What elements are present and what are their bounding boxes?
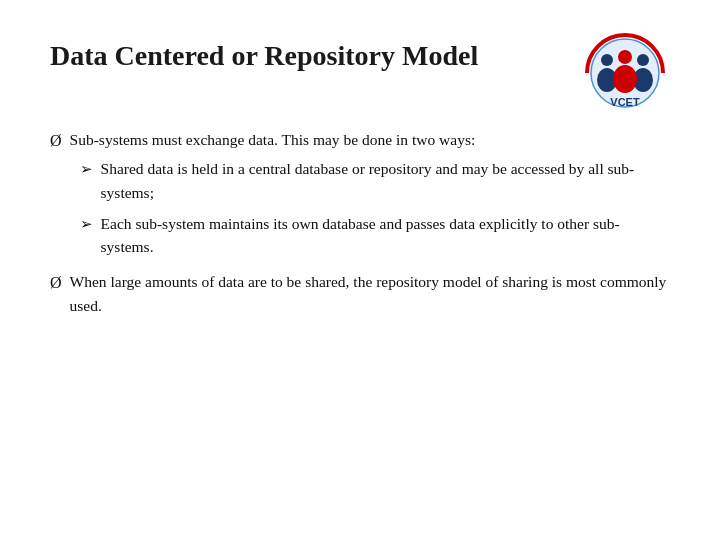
bullet-1-text: Sub-systems must exchange data. This may… (70, 128, 670, 258)
slide: Data Centered or Repository Model (0, 0, 720, 540)
sub-bullet-2-text: Each sub-system maintains its own databa… (101, 212, 670, 259)
bullet-1: Ø Sub-systems must exchange data. This m… (50, 128, 670, 258)
arrow-2-symbol: ➢ (80, 213, 93, 236)
slide-title: Data Centered or Repository Model (50, 30, 478, 72)
svg-point-2 (601, 54, 613, 66)
svg-point-7 (613, 65, 637, 93)
bullet-1-main: Sub-systems must exchange data. This may… (70, 131, 476, 148)
header-area: Data Centered or Repository Model (50, 30, 670, 110)
vcet-logo: VCET (580, 30, 670, 110)
svg-point-6 (618, 50, 632, 64)
bullet-2-symbol: Ø (50, 271, 62, 295)
svg-text:VCET: VCET (610, 96, 640, 108)
logo-area: VCET (580, 30, 670, 110)
bullet-2: Ø When large amounts of data are to be s… (50, 270, 670, 317)
content-area: Ø Sub-systems must exchange data. This m… (50, 128, 670, 317)
sub-bullet-2: ➢ Each sub-system maintains its own data… (80, 212, 670, 259)
arrow-1-symbol: ➢ (80, 158, 93, 181)
sub-bullet-1: ➢ Shared data is held in a central datab… (80, 157, 670, 204)
bullet-2-text: When large amounts of data are to be sha… (70, 270, 670, 317)
sub-bullet-1-text: Shared data is held in a central databas… (101, 157, 670, 204)
bullet-1-symbol: Ø (50, 129, 62, 153)
svg-point-4 (637, 54, 649, 66)
